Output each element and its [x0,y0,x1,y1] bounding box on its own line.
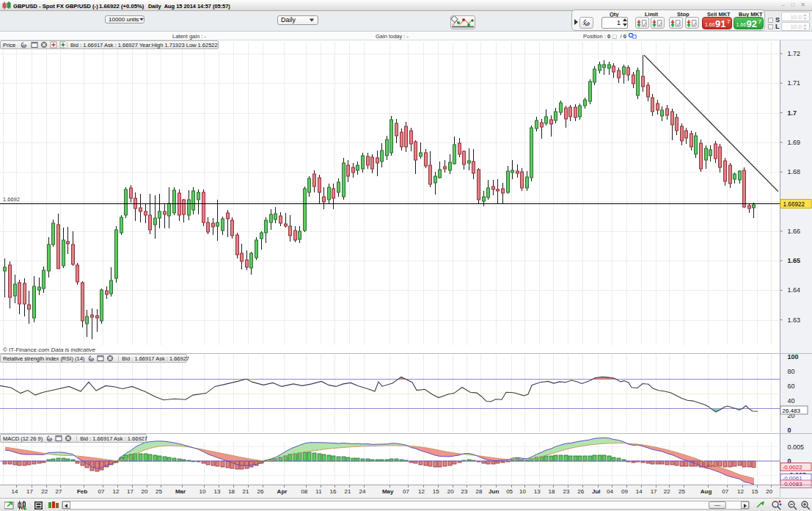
svg-text:07: 07 [722,488,728,495]
svg-text:Apr: Apr [277,488,288,495]
svg-text:100: 100 [788,353,799,360]
svg-text:1.69: 1.69 [788,139,801,146]
svg-text:17: 17 [127,488,133,495]
svg-text:22: 22 [41,488,48,495]
svg-text:1.64: 1.64 [788,286,801,294]
svg-text:1.72: 1.72 [788,50,801,57]
svg-text:21: 21 [243,488,249,495]
svg-text:25: 25 [156,488,162,495]
svg-text:20: 20 [447,488,454,495]
svg-text:04: 04 [607,488,613,495]
svg-text:22: 22 [664,488,670,495]
svg-text:24: 24 [359,488,366,495]
svg-text:14: 14 [12,488,18,495]
svg-text:08: 08 [301,488,307,495]
svg-text:20: 20 [142,488,148,495]
svg-text:10: 10 [519,488,526,495]
svg-text:0.005: 0.005 [788,443,805,451]
svg-text:09: 09 [621,488,628,495]
svg-text:07: 07 [403,488,409,495]
svg-text:Aug: Aug [701,488,712,495]
svg-text:-0.0022: -0.0022 [783,464,803,471]
svg-text:13: 13 [214,488,221,495]
svg-text:1.6692: 1.6692 [3,196,20,203]
svg-text:1.71: 1.71 [788,79,801,87]
svg-text:12: 12 [113,488,120,495]
svg-text:0: 0 [788,427,791,434]
svg-text:14: 14 [636,488,643,495]
svg-text:21: 21 [345,488,351,495]
svg-text:26: 26 [577,488,584,495]
svg-text:12: 12 [737,488,744,495]
svg-text:15: 15 [433,488,439,495]
svg-text:12: 12 [418,488,425,495]
svg-text:25: 25 [679,488,685,495]
svg-text:10: 10 [200,488,206,495]
svg-text:1.65: 1.65 [788,257,801,264]
svg-text:Jun: Jun [489,488,499,495]
svg-text:20: 20 [766,488,772,495]
svg-text:1.7: 1.7 [788,109,797,117]
svg-text:17: 17 [26,488,33,495]
svg-text:26: 26 [257,488,264,495]
svg-text:Mar: Mar [175,488,186,495]
svg-text:May: May [382,488,394,495]
svg-text:07: 07 [98,488,105,495]
svg-text:26.483: 26.483 [783,407,801,414]
svg-text:23: 23 [461,488,468,495]
svg-text:05: 05 [506,488,513,495]
svg-text:60: 60 [788,383,795,390]
svg-text:© IT-Finance.com Data is indic: © IT-Finance.com Data is indicative [3,347,95,353]
svg-text:1.68: 1.68 [788,168,801,175]
svg-text:1.63: 1.63 [788,316,801,324]
svg-text:11: 11 [315,488,322,495]
svg-text:28: 28 [475,488,482,495]
svg-text:1.66: 1.66 [788,228,801,235]
svg-text:Jul: Jul [592,488,601,495]
svg-text:1.66922: 1.66922 [783,201,805,208]
svg-text:13: 13 [534,488,541,495]
svg-text:80: 80 [788,368,795,375]
svg-text:Feb: Feb [77,488,87,495]
svg-text:-0.0083: -0.0083 [783,481,803,488]
svg-text:16: 16 [330,488,337,495]
svg-text:18: 18 [228,488,235,495]
svg-text:15: 15 [752,488,758,495]
svg-text:27: 27 [56,488,62,495]
svg-text:18: 18 [549,488,555,495]
svg-text:23: 23 [563,488,569,495]
svg-text:17: 17 [651,488,657,495]
svg-text:40: 40 [788,397,795,405]
